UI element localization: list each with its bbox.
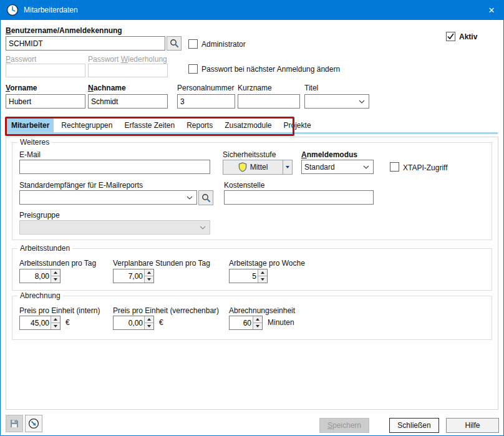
spinner-down-icon[interactable] [253,322,262,329]
aktiv-label: Aktiv [459,32,477,41]
arbeitsstunden-pro-tag-label: Arbeitsstunden pro Tag [19,259,96,268]
tab-projekte[interactable]: Projekte [279,119,316,132]
administrator-checkbox[interactable] [188,39,198,49]
kostenstelle-label: Kostenstelle [224,181,264,190]
schliessen-button[interactable]: Schließen [389,418,439,433]
magnifier-icon [170,39,179,48]
spinner-up-icon[interactable] [258,269,267,276]
magnifier-icon [201,193,211,203]
sicherheitsstufe-label: Sicherheitsstufe [223,150,276,159]
tab-zusatzmodule[interactable]: Zusatzmodule [220,119,276,132]
titel-select[interactable] [304,94,369,109]
tab-mitarbeiter[interactable]: Mitarbeiter [7,119,54,132]
nachname-input[interactable] [88,94,168,109]
preisgruppe-select[interactable] [19,220,210,235]
kurzname-input[interactable] [238,94,300,109]
passwort-aendern-label: Passwort bei nächster Anmeldung ändern [201,65,340,74]
personalnummer-input[interactable] [177,94,235,109]
spinner-down-icon[interactable] [258,276,267,283]
preis-intern-unit: € [65,318,70,327]
nachname-label: Nachname [88,84,126,92]
chevron-down-icon [363,165,369,169]
arbeitsstunden-legend: Arbeitsstunden [17,244,72,253]
chevron-down-icon [359,100,365,104]
preis-intern-label: Preis pro Einheit (intern) [19,306,100,315]
passwort-input[interactable] [6,64,85,77]
titlebar[interactable]: Mitarbeiterdaten ✕ [1,1,503,20]
tab-erfasste-zeiten[interactable]: Erfasste Zeiten [120,119,179,132]
sicherheitsstufe-button[interactable]: Mittel [223,160,293,175]
aktiv-checkbox[interactable] [446,32,455,41]
xtapi-checkbox[interactable] [390,162,399,172]
weiteres-legend: Weiteres [17,138,52,147]
sicherheitsstufe-dropdown-arrow[interactable] [283,160,292,174]
username-search-button[interactable] [167,36,182,51]
preis-verrechenbar-spinner [113,316,154,330]
speichern-button[interactable]: Speichern [319,418,369,433]
standardempfaenger-label: Standardempfänger für E-Mailreports [19,181,143,190]
username-label: Benutzername/Anmeldekennung [6,26,122,35]
abrechnungseinheit-input[interactable] [230,316,253,329]
standardempfaenger-select[interactable] [19,190,197,205]
preis-verrechenbar-label: Preis pro Einheit (verrechenbar) [113,306,219,315]
verplanbare-stunden-spinner [113,269,154,283]
preis-verrechenbar-unit: € [159,318,163,327]
arbeitstage-pro-woche-input[interactable] [230,269,258,283]
tabstrip: Mitarbeiter Rechtegruppen Erfasste Zeite… [7,119,319,132]
tabstrip-underline [6,132,498,134]
email-input[interactable] [19,160,210,174]
vorname-input[interactable] [6,94,85,109]
passwort-wiederholung-label: Passwort Wiederholung [88,55,167,64]
username-input[interactable] [6,36,165,51]
spinner-down-icon[interactable] [145,322,153,329]
circular-arrow-icon [28,418,39,429]
close-icon[interactable]: ✕ [480,1,503,20]
passwort-wiederholung-input[interactable] [88,64,168,77]
spinner-down-icon[interactable] [145,276,153,283]
spinner-up-icon[interactable] [145,316,153,322]
floppy-disk-icon [9,419,19,429]
arbeitstage-pro-woche-label: Arbeitstage pro Woche [229,259,305,268]
email-label: E-Mail [19,150,41,159]
preis-intern-spinner [19,316,61,330]
spinner-down-icon[interactable] [51,322,60,329]
kostenstelle-input[interactable] [224,190,374,205]
spinner-up-icon[interactable] [145,269,153,276]
preis-intern-input[interactable] [20,316,51,329]
verplanbare-stunden-input[interactable] [114,269,144,283]
anmeldemodus-select[interactable]: Standard [301,160,374,174]
checkmark-icon [447,32,455,41]
passwort-label: Passwort [6,55,36,64]
tab-reports[interactable]: Reports [182,119,217,132]
goto-tool-button[interactable] [25,415,42,432]
hilfe-button[interactable]: Hilfe [446,418,499,433]
arbeitsstunden-pro-tag-input[interactable] [20,269,51,283]
abrechnungseinheit-label: Abrechnungseinheit [229,306,295,315]
anmeldemodus-value: Standard [304,163,335,172]
shield-icon [238,162,247,172]
clock-icon [6,4,19,16]
spinner-up-icon[interactable] [51,269,60,276]
preisgruppe-label: Preisgruppe [19,211,60,220]
spinner-down-icon[interactable] [51,276,60,283]
arbeitstage-pro-woche-spinner [229,269,268,283]
standardempfaenger-search-button[interactable] [198,190,213,205]
kurzname-label: Kurzname [238,84,272,92]
window-title: Mitarbeiterdaten [24,6,78,14]
spinner-up-icon[interactable] [51,316,60,322]
abrechnungseinheit-unit: Minuten [268,318,294,327]
save-tool-button[interactable] [6,415,23,432]
preis-verrechenbar-input[interactable] [114,316,144,329]
abrechnungseinheit-spinner [229,316,263,330]
vorname-label: Vorname [6,84,37,92]
arbeitsstunden-pro-tag-spinner [19,269,61,283]
passwort-aendern-checkbox[interactable] [188,64,198,74]
spinner-up-icon[interactable] [253,316,262,322]
sicherheitsstufe-value: Mittel [250,163,268,172]
titel-label: Titel [304,84,318,92]
chevron-down-icon [187,196,193,200]
personalnummer-label: Personalnummer [177,84,234,92]
verplanbare-stunden-label: Verplanbare Stunden pro Tag [113,259,210,268]
tab-rechtegruppen[interactable]: Rechtegruppen [57,119,117,132]
abrechnung-legend: Abrechnung [17,291,63,300]
